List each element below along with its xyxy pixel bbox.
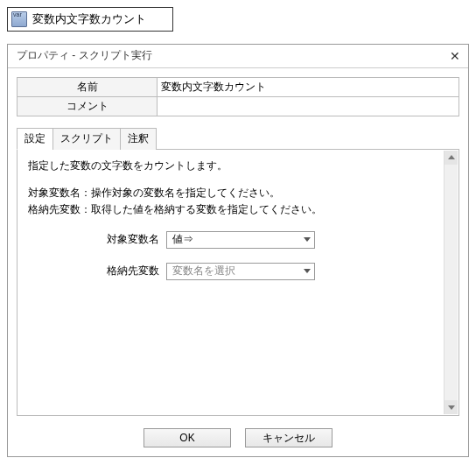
- cancel-button[interactable]: キャンセル: [245, 428, 332, 447]
- arrow-down-icon: [448, 405, 455, 410]
- dialog-title: プロパティ - スクリプト実行: [17, 48, 152, 63]
- name-label: 名前: [18, 77, 158, 96]
- target-var-combo[interactable]: 値⇒: [166, 231, 315, 249]
- description-line-2: 対象変数名：操作対象の変数名を指定してください。: [28, 186, 448, 201]
- scroll-up-button[interactable]: [444, 151, 458, 165]
- property-grid: 名前 コメント: [17, 77, 459, 116]
- settings-panel: 指定した変数の文字数をカウントします。 対象変数名：操作対象の変数名を指定してく…: [17, 150, 459, 416]
- comment-row: コメント: [18, 96, 459, 116]
- dest-var-row: 格納先変数 変数名を選択: [89, 263, 448, 280]
- description-line-1: 指定した変数の文字数をカウントします。: [28, 159, 448, 173]
- chevron-down-icon: [304, 237, 311, 242]
- chevron-down-icon: [304, 269, 311, 273]
- close-button[interactable]: ✕: [447, 48, 463, 64]
- target-var-row: 対象変数名 値⇒: [89, 231, 448, 249]
- node-title: 変数内文字数カウント: [32, 11, 146, 27]
- tab-script[interactable]: スクリプト: [52, 128, 121, 150]
- scroll-down-button[interactable]: [444, 400, 458, 414]
- variable-count-icon: [11, 11, 27, 27]
- ok-button[interactable]: OK: [144, 428, 231, 447]
- description-line-3: 格納先変数：取得した値を格納する変数を指定してください。: [28, 202, 448, 217]
- dest-var-placeholder: 変数名を選択: [172, 264, 235, 278]
- name-input[interactable]: [161, 81, 455, 93]
- property-dialog: プロパティ - スクリプト実行 ✕ 名前 コメント 設定 スクリプト 注釈: [7, 44, 469, 457]
- tab-note[interactable]: 注釈: [120, 128, 157, 150]
- dialog-buttons: OK キャンセル: [8, 423, 468, 456]
- comment-input[interactable]: [161, 100, 455, 112]
- target-var-label: 対象変数名: [89, 232, 159, 247]
- comment-label: コメント: [18, 96, 158, 116]
- node-title-box: 変数内文字数カウント: [7, 7, 173, 32]
- tab-bar: 設定 スクリプト 注釈: [17, 127, 459, 150]
- scroll-track[interactable]: [444, 165, 458, 400]
- vertical-scrollbar[interactable]: [444, 151, 458, 414]
- dest-var-label: 格納先変数: [89, 264, 159, 278]
- tab-settings[interactable]: 設定: [17, 128, 53, 150]
- arrow-up-icon: [448, 155, 455, 159]
- dialog-header: プロパティ - スクリプト実行 ✕: [8, 45, 468, 68]
- close-icon: ✕: [450, 49, 460, 63]
- target-var-value: 値⇒: [172, 232, 193, 247]
- dest-var-combo[interactable]: 変数名を選択: [166, 263, 315, 280]
- name-row: 名前: [18, 77, 459, 96]
